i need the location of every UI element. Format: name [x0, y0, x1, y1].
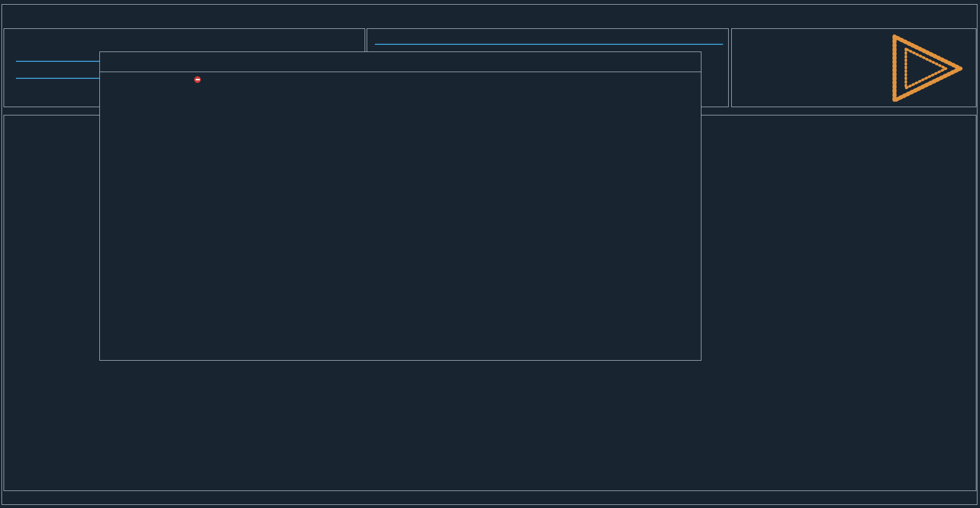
header-peers[interactable] [549, 75, 598, 83]
header-source[interactable] [113, 75, 155, 83]
movie-info-modal [99, 52, 701, 361]
uptime-line [8, 40, 362, 49]
download-progress-gauge [375, 44, 723, 45]
app-root [0, 0, 980, 508]
download-progress-line [371, 40, 725, 49]
header-marker-cell [5, 137, 16, 146]
modal-separator [100, 72, 701, 72]
header-size[interactable] [498, 75, 549, 83]
managarr-logo [887, 31, 968, 106]
header-age[interactable] [155, 75, 194, 83]
header-indexer[interactable] [390, 75, 498, 83]
bottom-keybinds [8, 494, 24, 508]
header-tags [709, 137, 975, 146]
header-quality[interactable] [642, 75, 700, 83]
header-marker-cell [100, 75, 113, 83]
release-table-header [100, 75, 700, 83]
header-language[interactable] [598, 75, 642, 83]
logo-panel [731, 28, 976, 107]
header-title[interactable] [217, 75, 390, 83]
header-rejected [194, 75, 217, 83]
download-item-title [371, 31, 725, 40]
rejected-icon [194, 76, 201, 83]
radarr-version-line [8, 31, 362, 40]
